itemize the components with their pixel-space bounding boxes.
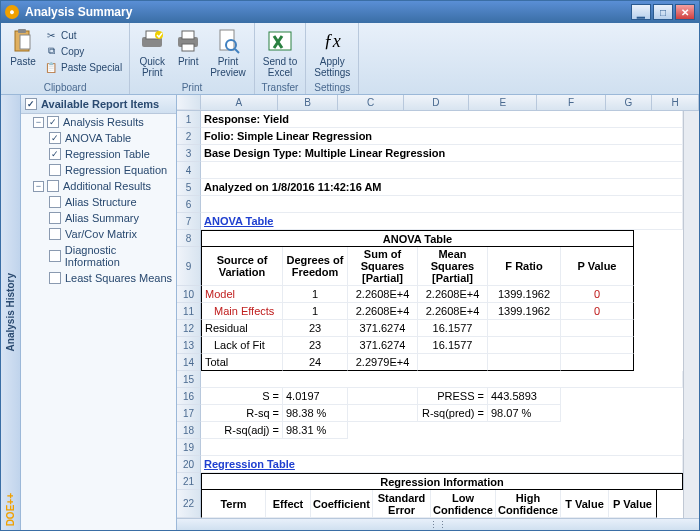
checkbox-icon[interactable] [49, 196, 61, 208]
svg-rect-8 [182, 44, 194, 51]
col-G[interactable]: G [606, 95, 653, 110]
ribbon: Paste ✂Cut ⧉Copy 📋Paste Special Clipboar… [1, 23, 699, 95]
print-icon [174, 27, 202, 55]
cut-button[interactable]: ✂Cut [41, 27, 125, 43]
collapse-icon[interactable]: − [33, 117, 44, 128]
print-button[interactable]: Print [170, 25, 206, 69]
checkbox-icon[interactable] [49, 212, 61, 224]
group-settings-label: Settings [314, 81, 350, 94]
checkbox-icon[interactable] [49, 164, 61, 176]
checkbox-icon[interactable] [49, 250, 61, 262]
statusbar: ⋮⋮ [177, 518, 699, 530]
paste-special-icon: 📋 [44, 60, 58, 74]
svg-rect-1 [18, 29, 26, 33]
regression-title: Regression Information [201, 473, 683, 490]
excel-icon [266, 27, 294, 55]
checkbox-icon[interactable]: ✓ [49, 132, 61, 144]
paste-special-button[interactable]: 📋Paste Special [41, 59, 125, 75]
col-D[interactable]: D [404, 95, 469, 110]
svg-line-11 [235, 49, 239, 53]
tree-node-anova-table[interactable]: ✓ANOVA Table [21, 130, 176, 146]
maximize-button[interactable]: □ [653, 4, 673, 20]
print-preview-button[interactable]: Print Preview [206, 25, 250, 80]
app-icon: ● [5, 5, 19, 19]
tree-node-diagnostic-info[interactable]: Diagnostic Information [21, 242, 176, 270]
group-print-label: Print [182, 81, 203, 94]
group-clipboard-label: Clipboard [44, 81, 87, 94]
anova-link[interactable]: ANOVA Table [201, 213, 683, 230]
quick-print-button[interactable]: Quick Print [134, 25, 170, 80]
col-B[interactable]: B [278, 95, 339, 110]
tree-node-least-squares[interactable]: Least Squares Means [21, 270, 176, 286]
tree-node-additional-results[interactable]: −Additional Results [21, 178, 176, 194]
analyzed-on-label: Analyzed on 1/8/2016 11:42:16 AM [201, 179, 683, 196]
checkbox-icon[interactable] [49, 228, 61, 240]
checkbox-icon[interactable]: ✓ [49, 148, 61, 160]
column-headers: A B C D E F G H [177, 95, 699, 111]
titlebar: ● Analysis Summary ▁ □ ✕ [1, 1, 699, 23]
paste-label: Paste [10, 56, 36, 67]
group-transfer-label: Transfer [262, 81, 299, 94]
checkbox-icon[interactable]: ✓ [25, 98, 37, 110]
copy-icon: ⧉ [44, 44, 58, 58]
send-to-excel-button[interactable]: Send to Excel [259, 25, 301, 80]
vertical-scrollbar[interactable] [683, 111, 699, 518]
corner-cell[interactable] [177, 95, 201, 110]
col-F[interactable]: F [537, 95, 605, 110]
tree-node-alias-summary[interactable]: Alias Summary [21, 210, 176, 226]
paste-icon [9, 27, 37, 55]
checkbox-icon[interactable]: ✓ [47, 116, 59, 128]
cut-icon: ✂ [44, 28, 58, 42]
close-button[interactable]: ✕ [675, 4, 695, 20]
checkbox-icon[interactable] [49, 272, 61, 284]
col-H[interactable]: H [652, 95, 699, 110]
grid-body[interactable]: 1Response: Yield 2Folio: Simple Linear R… [177, 111, 683, 518]
col-C[interactable]: C [338, 95, 403, 110]
paste-button[interactable]: Paste [5, 25, 41, 69]
tree-header: ✓Available Report Items [21, 95, 176, 114]
brand-label: DOE++ [5, 493, 16, 526]
svg-rect-7 [182, 31, 194, 39]
col-A[interactable]: A [201, 95, 278, 110]
fx-icon: ƒx [318, 27, 346, 55]
regression-link[interactable]: Regression Table [201, 456, 683, 473]
window-title: Analysis Summary [25, 5, 629, 19]
anova-title: ANOVA Table [201, 230, 634, 247]
analysis-history-tab[interactable]: Analysis History [5, 265, 16, 359]
report-tree: ✓Available Report Items −✓Analysis Resul… [21, 95, 177, 530]
tree-node-varcov-matrix[interactable]: Var/Cov Matrix [21, 226, 176, 242]
spreadsheet: A B C D E F G H 1Response: Yield 2Folio:… [177, 95, 699, 530]
minimize-button[interactable]: ▁ [631, 4, 651, 20]
col-E[interactable]: E [469, 95, 537, 110]
tree-node-analysis-results[interactable]: −✓Analysis Results [21, 114, 176, 130]
quick-print-icon [138, 27, 166, 55]
response-label: Response: Yield [201, 111, 683, 128]
folio-label: Folio: Simple Linear Regression [201, 128, 683, 145]
design-type-label: Base Design Type: Multiple Linear Regres… [201, 145, 683, 162]
tree-node-regression-equation[interactable]: Regression Equation [21, 162, 176, 178]
svg-rect-2 [20, 35, 30, 49]
copy-button[interactable]: ⧉Copy [41, 43, 125, 59]
tree-node-alias-structure[interactable]: Alias Structure [21, 194, 176, 210]
tree-node-regression-table[interactable]: ✓Regression Table [21, 146, 176, 162]
collapse-icon[interactable]: − [33, 181, 44, 192]
side-tabs: Analysis History DOE++ [1, 95, 21, 530]
apply-settings-button[interactable]: ƒxApply Settings [310, 25, 354, 80]
print-preview-icon [214, 27, 242, 55]
checkbox-icon[interactable] [47, 180, 59, 192]
